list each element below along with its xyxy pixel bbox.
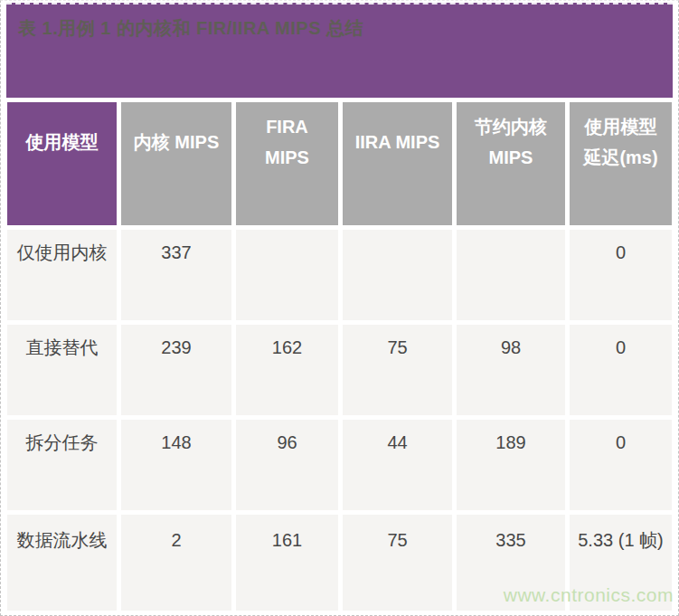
row-label: 拆分任务 [7, 420, 117, 510]
table-row: 仅使用内核 337 0 [7, 230, 672, 320]
cell-latency: 0 [570, 325, 672, 415]
cell-saved-core-mips: 189 [457, 420, 565, 510]
cell-iira-mips: 75 [343, 325, 452, 415]
row-label: 数据流水线 [7, 515, 117, 611]
column-header-iira-mips: IIRA MIPS [343, 102, 452, 225]
column-header-usage-model: 使用模型 [7, 102, 117, 225]
table-row: 直接替代 239 162 75 98 0 [7, 325, 672, 415]
row-label: 直接替代 [7, 325, 117, 415]
watermark-text: www.cntronics.com [504, 584, 674, 606]
cell-fira-mips [236, 230, 338, 320]
header-row: 使用模型 内核 MIPS FIRA MIPS IIRA MIPS 节约内核 MI… [7, 102, 672, 225]
cell-fira-mips: 96 [236, 420, 338, 510]
cell-core-mips: 148 [121, 420, 231, 510]
column-header-latency: 使用模型延迟(ms) [570, 102, 672, 225]
cell-iira-mips [343, 230, 452, 320]
column-header-core-mips: 内核 MIPS [121, 102, 231, 225]
cell-core-mips: 337 [121, 230, 231, 320]
cell-fira-mips: 162 [236, 325, 338, 415]
column-header-fira-mips: FIRA MIPS [236, 102, 338, 225]
cell-core-mips: 2 [121, 515, 231, 611]
table-row: 拆分任务 148 96 44 189 0 [7, 420, 672, 510]
cell-saved-core-mips: 98 [457, 325, 565, 415]
column-header-saved-core-mips: 节约内核 MIPS [457, 102, 565, 225]
table-title: 表 1.用例 1 的内核和 FIR/IIRA MIPS 总结 [6, 3, 673, 98]
mips-summary-table: 使用模型 内核 MIPS FIRA MIPS IIRA MIPS 节约内核 MI… [3, 98, 676, 615]
cell-core-mips: 239 [121, 325, 231, 415]
cell-latency: 0 [570, 420, 672, 510]
cell-latency: 0 [570, 230, 672, 320]
cell-saved-core-mips [457, 230, 565, 320]
table-figure: 表 1.用例 1 的内核和 FIR/IIRA MIPS 总结 使用模型 内核 M… [0, 0, 679, 616]
cell-fira-mips: 161 [236, 515, 338, 611]
cell-iira-mips: 75 [343, 515, 452, 611]
row-label: 仅使用内核 [7, 230, 117, 320]
cell-iira-mips: 44 [343, 420, 452, 510]
